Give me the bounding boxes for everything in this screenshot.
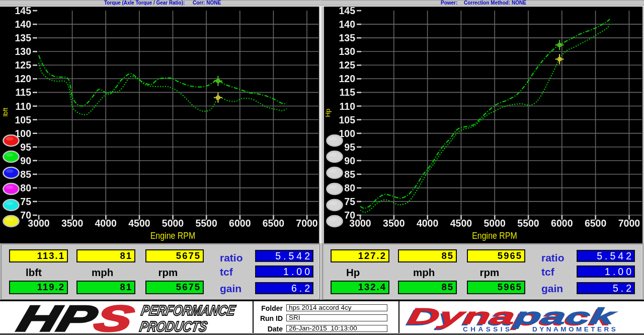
svg-text:Engine RPM: Engine RPM (472, 230, 517, 241)
svg-text:lbft: lbft (2, 107, 9, 116)
svg-text:5500: 5500 (517, 218, 539, 229)
svg-text:80: 80 (344, 182, 355, 193)
svg-text:80: 80 (20, 182, 31, 193)
svg-text:145: 145 (15, 7, 31, 16)
svg-text:95: 95 (20, 142, 31, 153)
svg-text:90: 90 (344, 155, 355, 166)
svg-text:120: 120 (15, 73, 31, 84)
svg-text:125: 125 (339, 59, 355, 71)
svg-text:6500: 6500 (263, 218, 285, 229)
svg-text:110: 110 (16, 101, 32, 112)
svg-text:5000: 5000 (484, 218, 506, 229)
svg-text:Engine RPM: Engine RPM (150, 230, 196, 241)
svg-text:105: 105 (339, 114, 355, 125)
svg-text:75: 75 (344, 196, 355, 207)
svg-text:115: 115 (16, 87, 32, 98)
svg-text:7000: 7000 (296, 218, 318, 229)
svg-text:120: 120 (339, 73, 355, 84)
svg-text:135: 135 (339, 32, 355, 43)
svg-text:115: 115 (340, 87, 356, 98)
svg-text:105: 105 (15, 114, 31, 125)
svg-text:145: 145 (339, 7, 355, 16)
svg-text:5500: 5500 (195, 218, 217, 229)
svg-text:140: 140 (339, 19, 355, 30)
svg-text:140: 140 (15, 19, 31, 30)
svg-text:6500: 6500 (585, 218, 607, 229)
svg-text:85: 85 (20, 169, 31, 180)
svg-text:4500: 4500 (450, 218, 472, 229)
svg-text:Hp: Hp (324, 109, 332, 117)
svg-text:3500: 3500 (383, 218, 405, 229)
svg-text:5000: 5000 (162, 218, 184, 229)
svg-text:85: 85 (344, 169, 355, 180)
svg-text:130: 130 (15, 46, 31, 57)
svg-text:3000: 3000 (349, 218, 371, 229)
svg-text:4000: 4000 (417, 218, 439, 229)
svg-text:3000: 3000 (28, 218, 50, 229)
svg-text:7000: 7000 (618, 218, 640, 229)
svg-text:4500: 4500 (128, 218, 150, 229)
svg-text:130: 130 (339, 46, 355, 57)
svg-text:6000: 6000 (229, 218, 251, 229)
svg-text:110: 110 (340, 101, 356, 112)
svg-text:95: 95 (344, 142, 355, 153)
svg-text:6000: 6000 (551, 218, 573, 229)
svg-text:135: 135 (15, 32, 31, 43)
svg-text:4000: 4000 (95, 218, 117, 229)
svg-text:3500: 3500 (61, 218, 84, 229)
svg-text:90: 90 (20, 155, 31, 166)
svg-text:125: 125 (15, 59, 31, 71)
svg-text:75: 75 (20, 196, 31, 207)
